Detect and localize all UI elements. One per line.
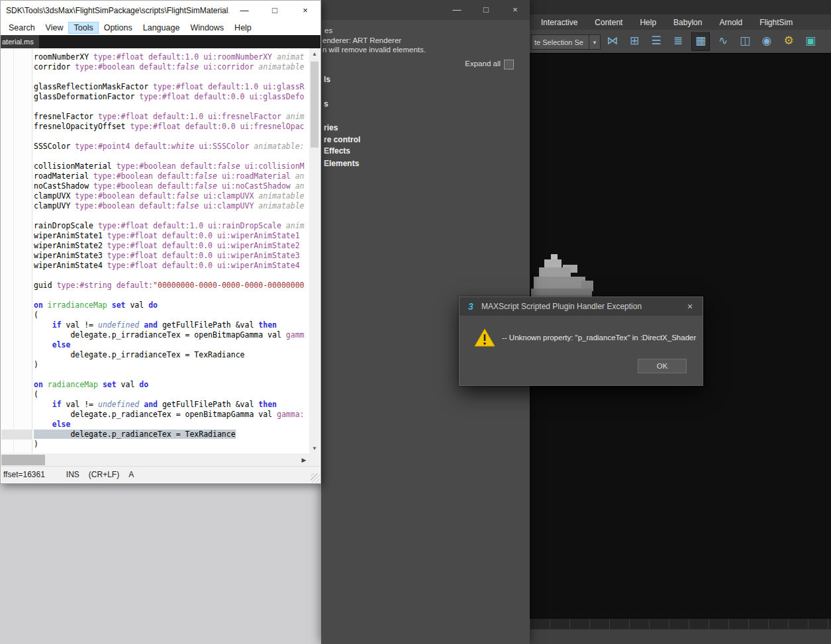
code-line[interactable]: delegate.p_irradianceTex = TexRadiance <box>34 350 309 360</box>
code-line[interactable]: glassDeformationFactor type:#float defau… <box>34 92 309 102</box>
named-selection-sets-dropdown[interactable]: te Selection Se ▾ <box>531 34 601 50</box>
code-line[interactable]: delegate.p_irradianceTex = openBitmapGam… <box>34 330 309 340</box>
menu-item-tools[interactable]: Tools <box>68 22 98 34</box>
code-line[interactable] <box>34 370 309 380</box>
code-editor[interactable]: roomNumberXY type:#float default:1.0 ui:… <box>32 48 309 453</box>
menu-item-help[interactable]: Help <box>229 22 257 34</box>
scroll-down-icon[interactable]: ▼ <box>309 443 320 453</box>
minimize-button[interactable]: — <box>229 1 260 21</box>
scroll-right-icon[interactable]: ▶ <box>299 453 309 467</box>
vertical-scroll-thumb[interactable] <box>311 62 318 148</box>
max-menu-flightsim[interactable]: FlightSim <box>759 18 793 27</box>
horizontal-scrollbar[interactable]: ▶ <box>1 453 309 467</box>
warning-icon <box>474 328 495 347</box>
minimize-button[interactable]: — <box>442 0 471 20</box>
layer-explorer-icon[interactable]: ≣ <box>669 32 687 50</box>
code-line[interactable]: wiperAnimState4 type:#float default:0.0 … <box>34 261 309 271</box>
render-setup-icon[interactable]: ⚙ <box>780 32 797 50</box>
code-line[interactable] <box>34 291 309 300</box>
code-line[interactable]: clampUVY type:#boolean default:false ui:… <box>34 201 309 211</box>
editor-area: roomNumberXY type:#float default:1.0 ui:… <box>1 48 309 453</box>
render-frame-icon[interactable]: ▣ <box>802 32 819 50</box>
scene-explorer-icon[interactable]: ☰ <box>648 32 665 50</box>
expand-all-checkbox[interactable] <box>504 60 514 69</box>
code-line[interactable]: fresnelFactor type:#float default:1.0 ui… <box>34 112 309 122</box>
code-line[interactable] <box>34 271 309 281</box>
code-line[interactable]: if val != undefined and getFullFilePath … <box>34 320 309 330</box>
code-line[interactable]: corridor type:#boolean default:false ui:… <box>34 62 309 72</box>
code-line[interactable]: ) <box>34 439 309 449</box>
code-line[interactable] <box>34 102 309 112</box>
code-line[interactable] <box>34 72 309 82</box>
resize-grip[interactable] <box>311 473 320 483</box>
close-icon[interactable]: × <box>501 0 530 20</box>
code-line[interactable]: collisionMaterial type:#boolean default:… <box>34 161 309 171</box>
code-line[interactable]: wiperAnimState1 type:#float default:0.0 … <box>34 231 309 241</box>
max-menu-help[interactable]: Help <box>640 18 656 27</box>
menu-item-search[interactable]: Search <box>3 22 40 34</box>
menu-item-windows[interactable]: Windows <box>185 22 229 34</box>
restore-button[interactable]: □ <box>471 0 501 20</box>
code-line[interactable]: roadMaterial type:#boolean default:false… <box>34 171 309 181</box>
converter-section-exposure-control[interactable]: re control <box>324 135 360 144</box>
maximize-button[interactable]: □ <box>260 1 290 21</box>
code-line[interactable]: wiperAnimState3 type:#float default:0.0 … <box>34 251 309 261</box>
code-line[interactable]: noCastShadow type:#boolean default:false… <box>34 181 309 191</box>
max-menu-content[interactable]: Content <box>595 18 622 27</box>
converter-warning-line: n will remove invalid elements. <box>322 46 426 54</box>
code-line[interactable]: SSSColor type:#point4 default:white ui:S… <box>34 142 309 152</box>
code-line[interactable]: glassReflectionMaskFactor type:#float de… <box>34 82 309 92</box>
named-selection-sets-value: te Selection Se <box>532 38 589 46</box>
code-line[interactable]: ( <box>34 310 309 320</box>
code-line[interactable]: delegate.p_radianceTex = TexRadiance <box>34 430 309 439</box>
timeline-track-bar[interactable] <box>530 619 831 629</box>
code-line[interactable]: fresnelOpacityOffset type:#float default… <box>34 122 309 132</box>
max-menu-interactive[interactable]: Interactive <box>541 18 577 27</box>
code-line[interactable]: on irradianceMap set val do <box>34 300 309 310</box>
converter-section-materials[interactable]: ls <box>324 75 330 84</box>
scroll-up-icon[interactable]: ▲ <box>309 48 320 59</box>
horizontal-scroll-thumb[interactable] <box>1 455 45 465</box>
converter-section-render-elements[interactable]: Elements <box>324 159 359 168</box>
code-line[interactable]: else <box>34 420 309 430</box>
code-line[interactable]: rainDropScale type:#float default:1.0 ui… <box>34 221 309 231</box>
menu-item-options[interactable]: Options <box>99 22 138 34</box>
code-line[interactable] <box>34 132 309 142</box>
code-line[interactable]: roomNumberXY type:#float default:1.0 ui:… <box>34 52 309 62</box>
editor-gutter[interactable] <box>1 48 32 453</box>
tab-flightsimmaterial[interactable]: aterial.ms <box>1 35 39 48</box>
vertical-scrollbar[interactable]: ▲ ▼ <box>309 48 320 453</box>
chevron-down-icon[interactable]: ▾ <box>589 35 600 49</box>
menu-item-view[interactable]: View <box>40 22 69 34</box>
ribbon-toggle-icon[interactable]: ▦ <box>691 32 710 51</box>
code-line[interactable]: clampUVX type:#boolean default:false ui:… <box>34 191 309 201</box>
code-line[interactable]: on radianceMap set val do <box>34 380 309 390</box>
code-line[interactable]: ( <box>34 390 309 400</box>
max-menu-babylon[interactable]: Babylon <box>673 18 702 27</box>
code-line[interactable]: ) <box>34 360 309 370</box>
expand-all-label[interactable]: Expand all <box>465 60 501 68</box>
schematic-view-icon[interactable]: ◫ <box>736 32 754 50</box>
align-icon[interactable]: ⊞ <box>626 32 643 50</box>
code-line[interactable]: else <box>34 340 309 350</box>
code-line[interactable]: guid type:#string default:"00000000-0000… <box>34 281 309 291</box>
menu-item-language[interactable]: Language <box>138 22 185 34</box>
code-line[interactable]: delegate.p_radianceTex = openBitmapGamma… <box>34 410 309 420</box>
max-menu-arnold[interactable]: Arnold <box>719 18 742 27</box>
code-line[interactable]: wiperAnimState2 type:#float default:0.0 … <box>34 241 309 251</box>
status-eol-format: (CR+LF) <box>89 470 119 479</box>
converter-section-maps[interactable]: s <box>324 99 328 109</box>
code-line[interactable]: if val != undefined and getFullFilePath … <box>34 400 309 410</box>
close-icon[interactable]: × <box>290 1 320 21</box>
scroll-corner <box>309 453 320 467</box>
mirror-icon[interactable]: ⋈ <box>604 32 621 50</box>
close-icon[interactable]: × <box>677 297 703 316</box>
code-line[interactable] <box>34 211 309 221</box>
converter-section-effects[interactable]: Effects <box>324 146 350 156</box>
curve-editor-icon[interactable]: ∿ <box>714 32 732 50</box>
ok-button[interactable]: OK <box>638 359 687 373</box>
converter-section-geometries[interactable]: ries <box>324 123 338 132</box>
converter-titlebar: — □ × <box>321 0 530 20</box>
material-editor-icon[interactable]: ◉ <box>758 32 775 50</box>
code-line[interactable] <box>34 152 309 161</box>
